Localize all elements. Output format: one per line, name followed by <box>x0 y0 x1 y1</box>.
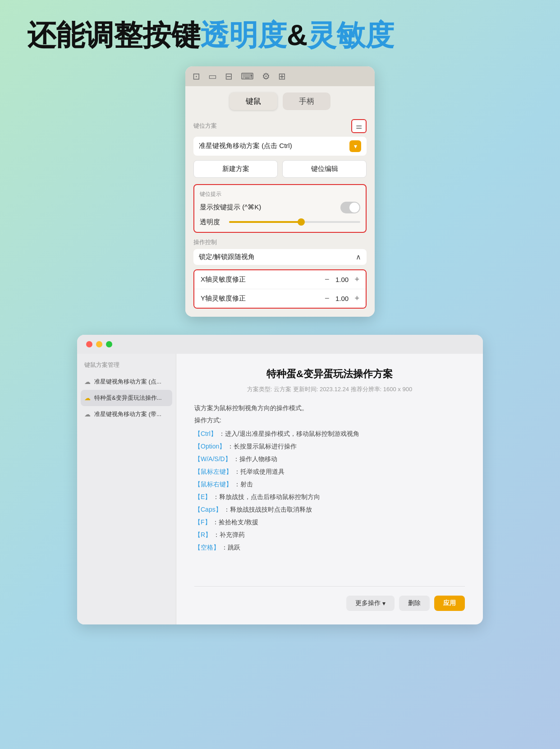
close-window-button[interactable] <box>86 341 92 347</box>
more-ops-chevron-icon: ▾ <box>382 600 386 607</box>
page-title: 还能调整按键透明度&灵敏度 <box>27 18 533 53</box>
more-ops-button[interactable]: 更多操作 ▾ <box>346 596 395 611</box>
sidebar: 键鼠方案管理 ☁ 准星键视角移动方案 (点... ☁ 特种蛋&变异蛋玩法操作..… <box>77 354 176 624</box>
x-sensitivity-value: 1.00 <box>334 276 350 283</box>
op-desc-6: ：释放战技战技时点击取消释放 <box>224 506 312 513</box>
apply-button[interactable]: 应用 <box>434 596 465 611</box>
title-part2: 透明度 <box>200 19 287 51</box>
op-key-3: 【鼠标左键】 <box>194 468 232 475</box>
top-panel: ⊡ ▭ ⊟ ⌨ ⚙ ⊞ 键鼠 手柄 键位方案 ⚌ 准星键视角移动方案 (点击 C… <box>185 66 375 317</box>
slider-row: 透明度 <box>200 218 360 227</box>
x-decrease-button[interactable]: − <box>325 275 330 284</box>
panel-main: 键鼠方案管理 ☁ 准星键视角移动方案 (点... ☁ 特种蛋&变异蛋玩法操作..… <box>77 354 483 624</box>
op-key-7: 【F】 <box>194 518 211 526</box>
edit-keybind-button[interactable]: 键位编辑 <box>282 160 367 178</box>
bottom-panel-wrapper: 键鼠方案管理 ☁ 准星键视角移动方案 (点... ☁ 特种蛋&变异蛋玩法操作..… <box>27 335 533 624</box>
toolbar-icon-4: ⌨ <box>241 71 254 82</box>
sidebar-item-0[interactable]: ☁ 准星键视角移动方案 (点... <box>77 374 176 390</box>
sidebar-item-2[interactable]: ☁ 准星键视角移动方案 (带... <box>77 406 176 422</box>
toggle-label: 显示按键提示 (^⌘K) <box>200 203 261 212</box>
content-title: 特种蛋&变异蛋玩法操作方案 <box>194 367 465 381</box>
content-footer: 更多操作 ▾ 删除 应用 <box>194 586 465 611</box>
scheme-buttons-row: 新建方案 键位编辑 <box>193 160 367 178</box>
panel-body: 键位方案 ⚌ 准星键视角移动方案 (点击 Ctrl) ▾ 新建方案 键位编辑 键… <box>185 115 375 317</box>
y-decrease-button[interactable]: − <box>325 294 330 303</box>
op-line-9: 【空格】 ：跳跃 <box>194 541 465 554</box>
keybind-scheme-header: 键位方案 ⚌ <box>193 119 367 133</box>
op-line-1: 【Option】 ：长按显示鼠标进行操作 <box>194 440 465 453</box>
op-key-0: 【Ctrl】 <box>194 430 217 437</box>
op-key-1: 【Option】 <box>194 443 225 450</box>
content-area: 特种蛋&变异蛋玩法操作方案 方案类型: 云方案 更新时间: 2023.12.24… <box>176 354 483 624</box>
op-line-0: 【Ctrl】 ：进入/退出准星操作模式，移动鼠标控制游戏视角 <box>194 427 465 440</box>
op-desc-3: ：托举或使用道具 <box>234 468 285 475</box>
minimize-window-button[interactable] <box>96 341 102 347</box>
cloud-icon-0: ☁ <box>84 378 91 385</box>
op-key-4: 【鼠标右键】 <box>194 481 232 488</box>
x-increase-button[interactable]: + <box>354 275 359 284</box>
toolbar-icon-3: ⊟ <box>225 71 233 82</box>
y-increase-button[interactable]: + <box>354 294 359 303</box>
op-key-6: 【Caps】 <box>194 506 222 513</box>
sidebar-item-label-0: 准星键视角移动方案 (点... <box>94 378 161 386</box>
new-scheme-button[interactable]: 新建方案 <box>193 160 278 178</box>
toolbar-icon-2: ▭ <box>208 71 217 82</box>
op-control-label: 操作控制 <box>193 238 367 246</box>
op-line-4: 【鼠标右键】 ：射击 <box>194 478 465 490</box>
x-sensitivity-label: X轴灵敏度修正 <box>201 275 246 284</box>
key-hint-label: 键位提示 <box>200 190 360 198</box>
tab-mouse[interactable]: 键鼠 <box>230 92 277 110</box>
panel-titlebar <box>77 335 483 354</box>
maximize-window-button[interactable] <box>106 341 112 347</box>
sensitivity-box: X轴灵敏度修正 − 1.00 + Y轴灵敏度修正 − 1.00 + <box>193 269 367 309</box>
delete-button[interactable]: 删除 <box>399 596 430 611</box>
sidebar-item-label-1: 特种蛋&变异蛋玩法操作... <box>94 394 162 402</box>
op-key-2: 【W/A/S/D】 <box>194 455 231 462</box>
op-line-2: 【W/A/S/D】 ：操作人物移动 <box>194 453 465 465</box>
slider-thumb <box>298 218 305 226</box>
lock-label: 锁定/解锁跟随视角 <box>199 253 255 261</box>
toolbar-row: ⊡ ▭ ⊟ ⌨ ⚙ ⊞ <box>185 66 375 86</box>
toolbar-icon-1: ⊡ <box>193 71 200 82</box>
slider-label: 透明度 <box>200 218 220 227</box>
op-desc-8: ：补充弹药 <box>213 531 245 538</box>
sidebar-item-label-2: 准星键视角移动方案 (带... <box>94 410 161 418</box>
title-part1: 还能调整按键 <box>27 19 200 51</box>
op-line-3: 【鼠标左键】 ：托举或使用道具 <box>194 465 465 478</box>
y-sensitivity-label: Y轴灵敏度修正 <box>201 294 246 303</box>
op-desc-1: ：长按显示鼠标进行操作 <box>227 443 297 450</box>
op-line-6: 【Caps】 ：释放战技战技时点击取消释放 <box>194 503 465 516</box>
scheme-dropdown-text: 准星键视角移动方案 (点击 Ctrl) <box>199 142 292 150</box>
tab-controller[interactable]: 手柄 <box>283 92 330 110</box>
op-key-5: 【E】 <box>194 493 211 500</box>
settings-button[interactable]: ⚌ <box>351 119 367 133</box>
title-part4: 灵敏度 <box>308 19 394 51</box>
lock-arrow-icon: ∧ <box>356 253 361 261</box>
y-sensitivity-value: 1.00 <box>334 295 350 302</box>
content-description: 该方案为鼠标控制视角方向的操作模式。 <box>194 402 465 414</box>
op-desc-5: ：释放战技，点击后移动鼠标控制方向 <box>213 493 320 500</box>
toggle-switch[interactable] <box>340 202 360 213</box>
opacity-slider[interactable] <box>229 221 360 223</box>
op-line-5: 【E】 ：释放战技，点击后移动鼠标控制方向 <box>194 490 465 503</box>
keybind-scheme-label: 键位方案 <box>193 122 217 130</box>
op-key-9: 【空格】 <box>194 544 220 551</box>
op-line-7: 【F】 ：捡拾枪支/救援 <box>194 516 465 528</box>
op-key-8: 【R】 <box>194 531 211 538</box>
toolbar-icon-6: ⊞ <box>278 71 286 82</box>
content-ops-title: 操作方式: <box>194 416 465 425</box>
scheme-dropdown[interactable]: 准星键视角移动方案 (点击 Ctrl) ▾ <box>193 137 367 156</box>
settings-icon: ⚌ <box>356 122 362 130</box>
dropdown-arrow-icon: ▾ <box>349 140 361 152</box>
lock-row: 锁定/解锁跟随视角 ∧ <box>193 249 367 265</box>
toolbar-icon-5: ⚙ <box>262 71 270 82</box>
x-sensitivity-controls: − 1.00 + <box>325 275 359 284</box>
sidebar-item-1[interactable]: ☁ 特种蛋&变异蛋玩法操作... <box>81 390 172 406</box>
operations-list: 【Ctrl】 ：进入/退出准星操作模式，移动鼠标控制游戏视角 【Option】 … <box>194 427 465 554</box>
title-part3: & <box>287 19 308 51</box>
cloud-icon-1: ☁ <box>84 394 91 402</box>
x-sensitivity-row: X轴灵敏度修正 − 1.00 + <box>194 270 366 289</box>
y-sensitivity-row: Y轴灵敏度修正 − 1.00 + <box>194 289 366 308</box>
top-panel-wrapper: ⊡ ▭ ⊟ ⌨ ⚙ ⊞ 键鼠 手柄 键位方案 ⚌ 准星键视角移动方案 (点击 C… <box>27 66 533 317</box>
tabs-row: 键鼠 手柄 <box>185 86 375 115</box>
